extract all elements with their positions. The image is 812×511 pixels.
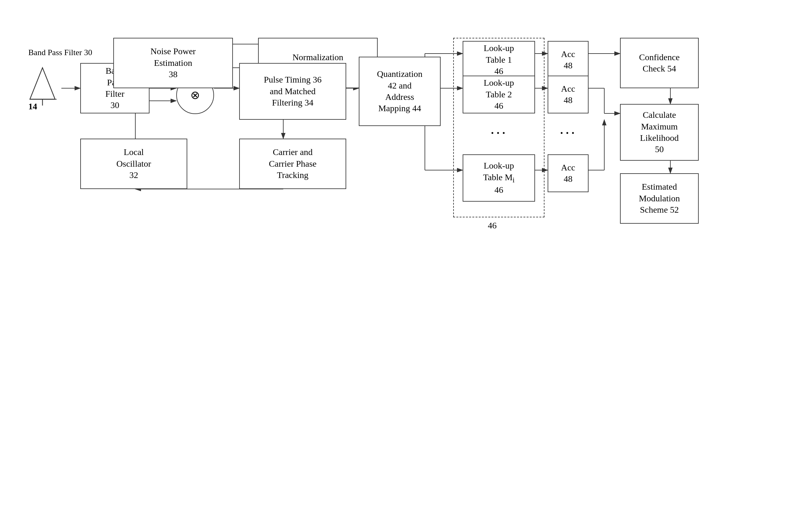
mixer-symbol: ⊗ bbox=[191, 88, 200, 102]
confidence-check-label: ConfidenceCheck 54 bbox=[639, 52, 679, 75]
dashed-group-label: 46 bbox=[488, 220, 497, 231]
acc-2-label: Acc48 bbox=[561, 83, 575, 106]
acc-1-block: Acc48 bbox=[548, 41, 588, 79]
quantization-block: Quantization42 andAddressMapping 44 bbox=[359, 57, 441, 126]
diagram: Band Pass Filter 30 14 BandPassFilter30 … bbox=[12, 19, 800, 366]
noise-power-estimation-block: Noise PowerEstimation38 bbox=[113, 38, 233, 88]
estimated-mod-label: EstimatedModulationScheme 52 bbox=[639, 181, 680, 215]
lookup-table-mi-label: Look-upTable Mi46 bbox=[483, 160, 515, 196]
local-oscillator-label: LocalOscillator32 bbox=[116, 146, 151, 181]
quantization-label: Quantization42 andAddressMapping 44 bbox=[377, 69, 423, 114]
lookup-table-1-label: Look-upTable 146 bbox=[484, 43, 514, 77]
lookup-table-2-block: Look-upTable 246 bbox=[463, 76, 535, 113]
lookup-table-mi-block: Look-upTable Mi46 bbox=[463, 154, 535, 201]
dots-between-accs: . . . bbox=[560, 123, 574, 138]
pulse-timing-label: Pulse Timing 36and MatchedFiltering 34 bbox=[264, 74, 322, 108]
lookup-table-1-block: Look-upTable 146 bbox=[463, 41, 535, 79]
acc-2-block: Acc48 bbox=[548, 76, 588, 113]
estimated-mod-block: EstimatedModulationScheme 52 bbox=[620, 173, 699, 224]
confidence-check-block: ConfidenceCheck 54 bbox=[620, 38, 699, 88]
antenna-icon bbox=[28, 64, 57, 106]
calculate-ml-label: CalculateMaximumLikelihood50 bbox=[640, 109, 679, 155]
svg-marker-31 bbox=[30, 68, 55, 99]
acc-1-label: Acc48 bbox=[561, 49, 575, 72]
acc-mi-label: Acc48 bbox=[561, 162, 575, 185]
acc-mi-block: Acc48 bbox=[548, 154, 588, 192]
carrier-tracking-label: Carrier andCarrier PhaseTracking bbox=[269, 146, 317, 181]
dots-between-tables: . . . bbox=[491, 123, 505, 138]
rf-signal-label: Band Pass Filter 30 bbox=[28, 47, 92, 58]
pulse-timing-block: Pulse Timing 36and MatchedFiltering 34 bbox=[239, 63, 346, 120]
lookup-table-2-label: Look-upTable 246 bbox=[484, 77, 514, 111]
calculate-ml-block: CalculateMaximumLikelihood50 bbox=[620, 104, 699, 161]
local-oscillator-block: LocalOscillator32 bbox=[80, 139, 187, 189]
noise-power-estimation-label: Noise PowerEstimation38 bbox=[150, 46, 196, 80]
carrier-tracking-block: Carrier andCarrier PhaseTracking bbox=[239, 139, 346, 189]
antenna-id-label: 14 bbox=[28, 101, 37, 112]
